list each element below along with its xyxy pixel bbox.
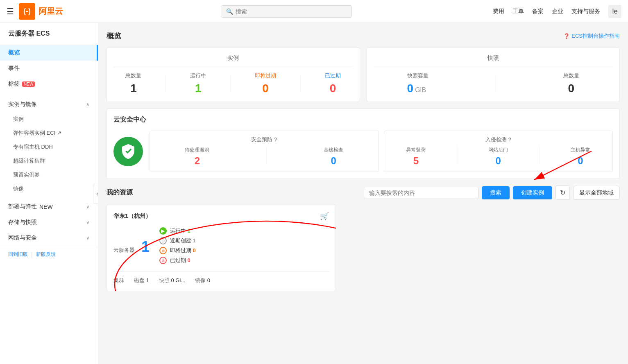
metric-total-label: 总数量 [125,72,141,79]
security-shield-icon [113,137,143,166]
divider6 [457,147,457,163]
sidebar-item-ddh[interactable]: 专有宿主机 DDH [0,140,98,154]
divider5 [266,147,267,163]
status-running: ▶ 运行中 1 [159,227,329,235]
server-num: 1 [141,238,150,255]
sidebar-section-network[interactable]: 网络与安全 ∨ [0,230,98,246]
menu-icon[interactable]: ☰ [7,7,14,16]
snapshot-capacity: 快照容量 0 GiB [407,72,428,95]
snapshot-cap-unit: GiB [415,86,426,94]
resources-title: 我的资源 [107,188,133,197]
browser-icon[interactable]: Ie [608,5,621,18]
nav-item-record[interactable]: 备案 [532,8,544,15]
header: ☰ (-) 阿里云 🔍 费用 工单 备案 企业 支持与服务 Ie [0,0,628,23]
divider3 [300,75,301,92]
sidebar-feedback[interactable]: 新版反馈 [36,251,56,258]
expiring-text: 即将过期 0 [170,247,196,254]
divider [166,75,166,92]
security-prevention-panel: 安全预防 ? 待处理漏洞 2 基线检查 0 [150,131,379,172]
sec-metric-login: 异常登录 5 [406,147,426,167]
sidebar-item-instance[interactable]: 实例 [0,112,98,126]
resources-section: 我的资源 搜索 创建实例 ↻ 显示全部地域 华东1（杭州） 🛒 [107,185,620,291]
logo-icon: (-) [19,3,35,20]
snapshots-card-header: 快照 [374,54,613,67]
footer-image[interactable]: 镜像 0 [195,277,210,284]
running-icon: ▶ [159,227,167,235]
prevention-metrics: 待处理漏洞 2 基线检查 0 [156,147,372,167]
snapshot-total-label: 总数量 [563,72,579,79]
resource-search-input[interactable] [364,187,478,199]
show-all-regions-button[interactable]: 显示全部地域 [573,186,620,200]
sidebar-item-overview[interactable]: 概览 [0,45,98,61]
divider2 [230,75,231,92]
recent-icon: ⊙ [159,237,167,244]
nav-item-ticket[interactable]: 工单 [512,8,524,15]
refresh-button[interactable]: ↻ [555,185,570,200]
sec-metric-abnormal: 主机异常 0 [571,147,590,167]
chevron-down-icon-network: ∨ [86,235,90,241]
sidebar-item-eci[interactable]: 弹性容器实例 ECI ↗ [0,126,98,140]
metric-expiring: 即将过期 0 [255,72,276,95]
snapshot-total: 总数量 0 [563,72,579,95]
instances-card-header: 实例 [113,54,353,67]
backdoor-value: 0 [488,155,508,167]
detection-metrics: 异常登录 5 网站后门 0 主机异常 0 [391,147,606,167]
nav-item-fee[interactable]: 费用 [493,8,504,15]
snapshot-cap-num: 0 [407,82,414,95]
new-badge: NEW [22,81,35,87]
sidebar-item-events[interactable]: 事件 [0,61,98,76]
sidebar-item-tags[interactable]: 标签 NEW [0,76,98,92]
footer-snapshot[interactable]: 快照 0 Gi... [159,277,185,284]
footer-disk[interactable]: 磁盘 1 [134,277,149,284]
sidebar: 云服务器 ECS 概览 事件 标签 NEW 实例与镜像 ∧ 实例 弹性容器实例 … [0,23,98,364]
sidebar-item-scc[interactable]: 超级计算集群 [0,154,98,168]
deploy-badge: NEW [39,203,53,210]
create-instance-button[interactable]: 创建实例 [513,186,552,199]
main-content: 概览 ❓ ECS控制台操作指南 实例 总数量 1 运行中 1 [98,23,628,364]
metric-expired: 已过期 0 [325,72,341,95]
region-card: 华东1（杭州） 🛒 云服务器 1 ▶ 运行中 [107,205,336,291]
footer-cluster[interactable]: 集群 [113,277,124,284]
logo: (-) 阿里云 [19,3,63,20]
header-search: 🔍 [79,5,493,18]
snapshot-capacity-value: 0 GiB [407,82,428,95]
snapshots-card: 快照 快照容量 0 GiB 总数量 0 [367,47,620,102]
sidebar-section-deploy[interactable]: 部署与弹性 NEW ∨ [0,199,98,215]
security-title: 云安全中心 [113,115,613,124]
metric-expired-value: 0 [325,82,341,95]
status-expiring: ⊗ 即将过期 0 [159,247,329,254]
search-button[interactable]: 搜索 [482,186,510,199]
sidebar-collapse-button[interactable]: › [93,184,98,203]
recent-count: 1 [193,237,196,244]
region-name: 华东1（杭州） [113,213,151,220]
sec-metric-backdoor: 网站后门 0 [488,147,508,167]
login-value: 5 [406,155,426,167]
nav-item-support[interactable]: 支持与服务 [571,8,600,15]
running-count: 1 [188,228,190,234]
prevention-title: 安全预防 ? [156,136,372,143]
security-content: 安全预防 ? 待处理漏洞 2 基线检查 0 [113,131,613,172]
sidebar-section-storage[interactable]: 存储与快照 ∨ [0,215,98,230]
sidebar-old-version[interactable]: 回到旧版 [8,251,28,258]
vuln-label: 待处理漏洞 [185,147,209,154]
sidebar-section-instances[interactable]: 实例与镜像 ∧ [0,97,98,112]
guide-link[interactable]: ❓ ECS控制台操作指南 [563,32,620,40]
nav-item-enterprise[interactable]: 企业 [552,8,563,15]
security-detection-panel: 入侵检测 ? 异常登录 5 网站后门 0 [384,131,613,172]
resources-controls: 搜索 创建实例 ↻ 显示全部地域 [364,185,620,200]
instances-card: 实例 总数量 1 运行中 1 即将过期 0 [107,47,360,102]
page-header: 概览 ❓ ECS控制台操作指南 [107,31,620,41]
search-input[interactable] [236,8,347,15]
snapshot-total-value: 0 [563,82,579,95]
header-nav: 费用 工单 备案 企业 支持与服务 Ie [493,5,621,18]
baseline-value: 0 [324,155,343,167]
metric-running: 运行中 1 [190,72,206,95]
sidebar-item-reserved[interactable]: 预留实例券 [0,168,98,182]
server-label: 云服务器 [113,247,135,253]
region-card-body: 云服务器 1 ▶ 运行中 1 [113,227,329,267]
refresh-icon: ↻ [560,189,565,197]
server-count-section: 云服务器 1 [113,238,159,255]
sidebar-item-image[interactable]: 镜像 [0,182,98,196]
detection-title: 入侵检测 ? [391,136,606,143]
cart-icon[interactable]: 🛒 [320,212,329,221]
